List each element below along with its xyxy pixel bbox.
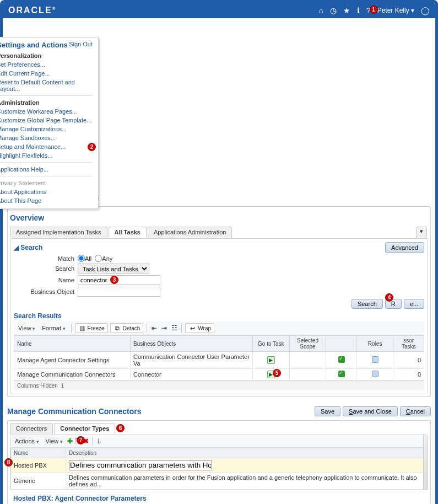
highlight-flexfields-item[interactable]: Highlight Flexfields... <box>0 151 93 160</box>
col-description[interactable]: Description <box>66 448 428 458</box>
all-label: All <box>85 255 91 262</box>
check-icon <box>338 371 345 377</box>
detach-icon: ⧉ <box>113 324 121 332</box>
star-icon[interactable]: ★ <box>343 6 350 15</box>
search-results-title: Search Results <box>14 312 424 320</box>
results-toolbar: View Format ▥Freeze ⧉Detach ⇤ ⇥ ☷ ↩Wrap <box>14 321 424 335</box>
view-menu[interactable]: View <box>44 438 65 444</box>
format-menu[interactable]: Format <box>40 325 67 331</box>
go-to-task-icon[interactable]: ▶ <box>267 356 275 364</box>
col-tasks[interactable]: ssor Tasks <box>393 336 424 352</box>
table-row[interactable]: Manage Communication Connectors Connecto… <box>14 369 424 380</box>
save-search-button[interactable]: e... <box>404 299 424 309</box>
reset-layout-item[interactable]: Reset to Default Content and Layout... <box>0 78 93 93</box>
match-all-radio[interactable] <box>78 255 85 262</box>
export-icon[interactable]: ⤓ <box>96 437 101 445</box>
connector-types-panel: Connectors Connector Types 6 Actions Vie… <box>7 420 431 504</box>
search-type-label: Search <box>14 265 74 272</box>
freeze-button[interactable]: ▥Freeze <box>75 323 108 333</box>
freeze-icon: ▥ <box>78 324 86 332</box>
any-label: Any <box>102 255 112 262</box>
actions-menu[interactable]: Actions <box>13 438 41 444</box>
badge-5: 5 <box>273 369 281 377</box>
col-bo[interactable]: Business Objects <box>130 336 252 352</box>
col-goto[interactable]: Go to Task <box>253 336 290 352</box>
administration-heading: Administration <box>0 99 93 106</box>
tab-connector-types[interactable]: Connector Types 6 <box>54 423 115 434</box>
applications-help-item[interactable]: Applications Help... <box>0 165 93 174</box>
match-label: Match <box>14 255 74 262</box>
mcc-title: Manage Communication Connectors <box>7 405 141 418</box>
manage-customizations-item[interactable]: Manage Customizations... <box>0 125 93 133</box>
about-applications-item[interactable]: About Applications <box>0 187 93 196</box>
brand-logo: ORACLE® <box>8 6 55 15</box>
business-object-label: Business Object <box>14 288 74 295</box>
wrap-button[interactable]: ↩Wrap <box>185 323 214 333</box>
table-row[interactable]: Generic Defines communication parameters… <box>11 473 428 490</box>
settings-actions-menu: Sign Out Settings and Actions Personaliz… <box>0 37 99 209</box>
badge-3: 3 <box>110 276 118 284</box>
indent-icon[interactable]: ⇥ <box>160 324 168 332</box>
edit-current-page-item[interactable]: Edit Current Page... <box>0 69 93 78</box>
badge-4: 4 <box>385 293 393 302</box>
business-object-input[interactable] <box>78 287 160 297</box>
overview-title: Overview <box>10 211 428 224</box>
home-icon[interactable]: ⌂ <box>318 6 323 15</box>
columns-hidden-footer: Columns Hidden 1 <box>14 380 424 390</box>
save-button[interactable]: Save <box>315 406 340 416</box>
set-preferences-item[interactable]: Set Preferences... <box>0 60 93 69</box>
customize-workarea-item[interactable]: Customize Workarea Pages... <box>0 107 93 116</box>
outdent-icon[interactable]: ⇤ <box>150 324 158 332</box>
tab-connectors[interactable]: Connectors <box>10 423 53 434</box>
agent-params-title: Hosted PBX: Agent Connector Parameters <box>13 495 428 502</box>
manage-sandboxes-item[interactable]: Manage Sandboxes... <box>0 133 93 142</box>
user-menu[interactable]: Peter Kelly ▾ <box>377 7 414 14</box>
wrap-icon: ↩ <box>188 324 196 332</box>
overview-panel: Overview Assigned Implementation Tasks A… <box>7 206 431 397</box>
name-input[interactable] <box>78 275 160 285</box>
clock-icon[interactable]: ◷ <box>330 6 337 15</box>
top-bar: ORACLE® ⌂ ◷ ★ ℹ ? Peter Kelly ▾ 1 ◯ <box>3 3 435 18</box>
col-name[interactable]: Name <box>14 336 131 352</box>
info-icon[interactable]: ℹ <box>357 6 360 15</box>
search-type-select[interactable]: Task Lists and Tasks <box>78 264 149 274</box>
results-table: Name Business Objects Go to Task Selecte… <box>14 335 424 380</box>
badge-6: 6 <box>116 424 125 432</box>
description-input[interactable] <box>69 460 212 470</box>
advanced-button[interactable]: Advanced <box>385 242 424 253</box>
customize-global-template-item[interactable]: Customize Global Page Template... <box>0 116 93 125</box>
badge-2: 2 <box>88 143 96 151</box>
accessibility-icon[interactable]: ◯ <box>421 6 430 15</box>
name-label: Name <box>14 277 74 283</box>
search-button[interactable]: Search <box>352 299 383 309</box>
save-and-close-button[interactable]: Save and Close <box>343 406 398 416</box>
tab-assigned-tasks[interactable]: Assigned Implementation Tasks <box>10 227 107 238</box>
col-roles[interactable]: Roles <box>356 336 393 352</box>
table-row[interactable]: Manage Agent Connector Settings Communic… <box>14 352 424 369</box>
personalization-heading: Personalization <box>0 52 93 59</box>
about-this-page-item[interactable]: About This Page <box>0 196 93 205</box>
badge-7: 7 <box>77 436 85 444</box>
setup-maintenance-item[interactable]: Setup and Maintenance... 2 <box>0 142 93 151</box>
check-icon <box>338 356 345 363</box>
col-name[interactable]: Name <box>11 448 66 458</box>
roles-icon[interactable] <box>372 371 378 377</box>
match-any-radio[interactable] <box>95 255 102 262</box>
tab-overflow[interactable]: ▾ <box>416 227 427 238</box>
privacy-statement-item: Privacy Statement <box>0 179 93 187</box>
search-section-header[interactable]: ◢ Search <box>14 242 42 253</box>
badge-1: 1 <box>370 6 378 14</box>
tab-applications-admin[interactable]: Applications Administration <box>148 227 232 238</box>
view-menu[interactable]: View <box>16 325 37 331</box>
sign-out-link[interactable]: Sign Out <box>69 41 93 47</box>
add-icon[interactable]: ✚ <box>67 437 73 445</box>
cancel-button[interactable]: Cancel <box>400 406 431 416</box>
roles-icon[interactable] <box>372 356 378 363</box>
table-row[interactable]: 8Hosted PBX <box>11 458 428 473</box>
collapse-icon: ◢ <box>14 244 19 251</box>
tab-all-tasks[interactable]: All Tasks <box>109 227 147 238</box>
hierarchy-icon[interactable]: ☷ <box>170 324 178 332</box>
detach-button[interactable]: ⧉Detach <box>110 323 144 333</box>
scrollbar[interactable] <box>423 435 428 490</box>
col-scope[interactable]: Selected Scope <box>289 336 326 352</box>
